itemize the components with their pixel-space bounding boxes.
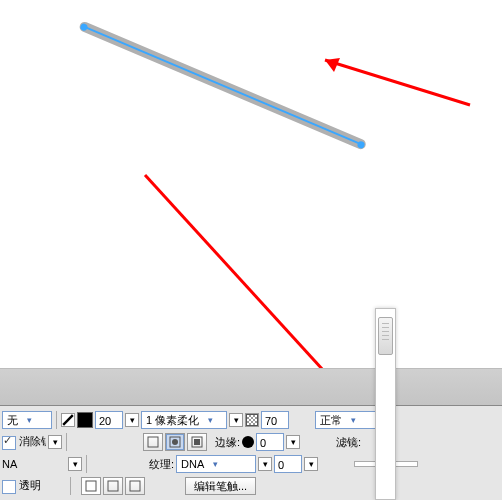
annotation-arrow-top	[300, 50, 480, 120]
opacity-popup-slider[interactable]	[375, 308, 396, 500]
chevron-down-icon: ▾	[203, 411, 217, 429]
fill-mode-label: 无	[3, 411, 22, 429]
svg-line-0	[325, 60, 470, 105]
stroke-width-input[interactable]: 20	[95, 411, 123, 429]
svg-marker-1	[325, 58, 340, 72]
dna-cut-label: NA	[2, 458, 22, 470]
texture-value: DNA	[177, 455, 208, 473]
drawing-canvas[interactable]	[0, 0, 502, 370]
vector-line-object[interactable]	[78, 20, 367, 150]
blend-mode-value: 正常	[316, 411, 346, 429]
transparent-checkbox[interactable]	[2, 480, 16, 494]
dna-stepper[interactable]: ▾	[68, 457, 82, 471]
antialias-label: 消除锯齿	[19, 435, 46, 447]
edit-stroke-label: 编辑笔触...	[194, 479, 247, 494]
svg-rect-10	[108, 481, 118, 491]
texture-label: 纹理:	[149, 457, 174, 472]
cap-none-button[interactable]	[143, 433, 163, 451]
transparent-label: 透明	[19, 479, 41, 491]
endpoint-handle-left[interactable]	[80, 22, 89, 31]
stroke-edge-value: 1 像素柔化	[142, 411, 203, 429]
join-miter-button[interactable]	[81, 477, 101, 495]
stroke-type-button[interactable]	[61, 413, 75, 427]
chevron-down-icon: ▾	[346, 411, 360, 429]
antialias-checkbox[interactable]	[2, 436, 16, 450]
texture-size-input[interactable]: 0	[274, 455, 302, 473]
svg-rect-8	[194, 439, 200, 445]
edge-label: 边缘:	[215, 435, 240, 450]
stroke-color-swatch[interactable]	[77, 412, 93, 428]
chevron-down-icon: ▾	[22, 411, 36, 429]
cap-square-button[interactable]	[187, 433, 207, 451]
svg-rect-4	[148, 437, 158, 447]
texture-size-stepper[interactable]: ▾	[304, 457, 318, 471]
cap-round-button[interactable]	[165, 433, 185, 451]
antialias-stepper[interactable]: ▾	[48, 435, 62, 449]
join-bevel-button[interactable]	[125, 477, 145, 495]
edge-shape-preview[interactable]	[242, 436, 254, 448]
texture-stepper[interactable]: ▾	[258, 457, 272, 471]
opacity-slider-thumb[interactable]	[378, 317, 393, 355]
edit-stroke-button[interactable]: 编辑笔触...	[185, 477, 256, 495]
opacity-input[interactable]: 70	[261, 411, 289, 429]
divider	[70, 477, 71, 495]
divider	[56, 411, 57, 429]
chevron-down-icon: ▾	[208, 455, 222, 473]
svg-rect-11	[130, 481, 140, 491]
svg-point-6	[172, 439, 178, 445]
edge-size-input[interactable]: 0	[256, 433, 284, 451]
filters-label: 滤镜:	[336, 435, 361, 450]
divider	[86, 455, 87, 473]
svg-rect-9	[86, 481, 96, 491]
endpoint-handle-right[interactable]	[357, 140, 366, 149]
texture-select[interactable]: DNA ▾	[176, 455, 256, 473]
divider	[66, 433, 67, 451]
stroke-width-stepper[interactable]: ▾	[125, 413, 139, 427]
fill-mode-select[interactable]: 无 ▾	[2, 411, 52, 429]
opacity-mode-button[interactable]	[245, 413, 259, 427]
stroke-edge-stepper[interactable]: ▾	[229, 413, 243, 427]
stroke-edge-select[interactable]: 1 像素柔化 ▾	[141, 411, 227, 429]
properties-panel: 无 ▾ 20 ▾ 1 像素柔化 ▾ ▾ 70 正常 ▾	[0, 368, 502, 500]
join-round-button[interactable]	[103, 477, 123, 495]
edge-size-stepper[interactable]: ▾	[286, 435, 300, 449]
panel-titlebar[interactable]	[0, 368, 502, 406]
